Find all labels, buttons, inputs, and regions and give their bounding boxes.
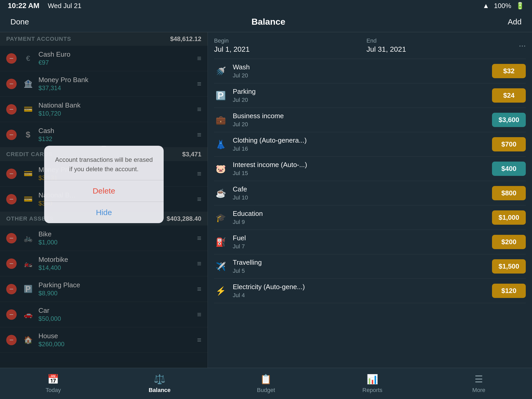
tab-today[interactable]: 📅 Today [0,374,107,394]
transaction-row: ⛽ Fuel Jul 7 $200 [214,230,526,254]
trans-amount: $700 [492,137,526,151]
more-icon: ☰ [475,374,483,385]
delete-confirmation-popup: Account transactions will be erased if y… [44,146,164,223]
transaction-row: 🅿️ Parking Jul 20 $24 [214,83,526,108]
begin-date: Begin Jul 1, 2021 [214,37,367,54]
wash-icon: 🚿 [214,64,228,78]
trans-amount: $1,500 [492,259,526,274]
transaction-row: 🎓 Education Jul 9 $1,000 [214,205,526,230]
parking-icon: 🅿️ [214,89,228,102]
electricity-icon: ⚡ [214,284,228,298]
balance-icon: ⚖️ [154,374,165,385]
date-range-header: Begin Jul 1, 2021 End Jul 31, 2021 ··· [214,32,526,59]
transaction-row: 🐷 Interest income (Auto-...) Jul 15 $400 [214,157,526,181]
page-title: Balance [251,17,285,27]
status-time: 10:22 AM [8,2,39,10]
transaction-row: 🚿 Wash Jul 20 $32 [214,59,526,83]
trans-name: Parking [233,88,492,96]
trans-name: Fuel [233,234,492,242]
trans-amount: $120 [492,284,526,298]
status-bar: 10:22 AM Wed Jul 21 ▲ 100% 🔋 [0,0,532,11]
trans-date: Jul 20 [233,121,492,128]
tab-bar: 📅 Today ⚖️ Balance 📋 Budget 📊 Reports ☰ … [0,368,532,399]
trans-date: Jul 20 [233,72,492,79]
trans-amount: $800 [492,186,526,200]
trans-name: Cafe [233,185,492,193]
trans-amount: $200 [492,235,526,249]
trans-name: Travelling [233,258,492,267]
tab-today-label: Today [45,387,61,394]
date-more-button[interactable]: ··· [519,41,526,50]
end-date: End Jul 31, 2021 [367,37,519,54]
transaction-row: 👗 Clothing (Auto-genera...) Jul 16 $700 [214,132,526,157]
begin-value: Jul 1, 2021 [214,45,367,54]
transaction-row: 💼 Business income Jul 20 $3,600 [214,108,526,132]
trans-amount: $24 [492,88,526,103]
battery-text: 100% [494,2,511,10]
today-icon: 📅 [47,374,59,385]
tab-budget[interactable]: 📋 Budget [213,374,319,394]
trans-amount: $3,600 [492,113,526,127]
delete-button[interactable]: Delete [44,180,164,202]
done-button[interactable]: Done [10,17,29,26]
battery-icon: 🔋 [516,2,524,10]
trans-amount: $400 [492,162,526,176]
business-icon: 💼 [214,113,228,127]
trans-date: Jul 9 [233,219,492,225]
trans-name: Interest income (Auto-...) [233,161,492,169]
trans-date: Jul 4 [233,292,492,299]
trans-amount: $32 [492,64,526,78]
clothing-icon: 👗 [214,138,228,151]
trans-date: Jul 5 [233,268,492,274]
tab-reports-label: Reports [362,387,382,394]
end-value: Jul 31, 2021 [367,45,519,54]
trans-name: Electricity (Auto-gene...) [233,283,492,291]
begin-label: Begin [214,37,367,44]
fuel-icon: ⛽ [214,235,228,249]
travelling-icon: ✈️ [214,260,228,273]
wifi-icon: ▲ [483,2,489,10]
tab-more[interactable]: ☰ More [425,374,532,394]
transaction-row: ⚡ Electricity (Auto-gene...) Jul 4 $120 [214,279,526,303]
popup-message: Account transactions will be erased if y… [44,146,164,180]
tab-reports[interactable]: 📊 Reports [319,374,426,394]
trans-name: Wash [233,63,492,71]
left-panel: PAYMENT ACCOUNTS $48,612.12 − € Cash Eur… [0,32,208,368]
reports-icon: 📊 [367,374,378,385]
trans-date: Jul 15 [233,170,492,177]
trans-date: Jul 20 [233,97,492,103]
transaction-row: ✈️ Travelling Jul 5 $1,500 [214,254,526,279]
end-label: End [367,37,519,44]
status-date: Wed Jul 21 [48,2,82,10]
popup-overlay: Account transactions will be erased if y… [0,32,208,368]
trans-date: Jul 16 [233,145,492,152]
tab-more-label: More [472,387,485,394]
transaction-row: ☕ Cafe Jul 10 $800 [214,181,526,205]
tab-budget-label: Budget [257,387,275,394]
header: Done Balance Add [0,11,532,32]
add-button[interactable]: Add [508,17,522,26]
trans-name: Education [233,210,492,218]
main-container: PAYMENT ACCOUNTS $48,612.12 − € Cash Eur… [0,32,532,368]
interest-icon: 🐷 [214,162,228,176]
trans-date: Jul 7 [233,243,492,250]
budget-icon: 📋 [260,374,272,385]
trans-amount: $1,000 [492,210,526,225]
trans-name: Business income [233,112,492,120]
cafe-icon: ☕ [214,187,228,200]
hide-button[interactable]: Hide [44,202,164,223]
education-icon: 🎓 [214,211,228,224]
tab-balance-label: Balance [149,387,170,394]
trans-date: Jul 10 [233,194,492,201]
tab-balance[interactable]: ⚖️ Balance [107,374,213,394]
trans-name: Clothing (Auto-genera...) [233,136,492,144]
right-panel: Begin Jul 1, 2021 End Jul 31, 2021 ··· 🚿… [208,32,532,368]
